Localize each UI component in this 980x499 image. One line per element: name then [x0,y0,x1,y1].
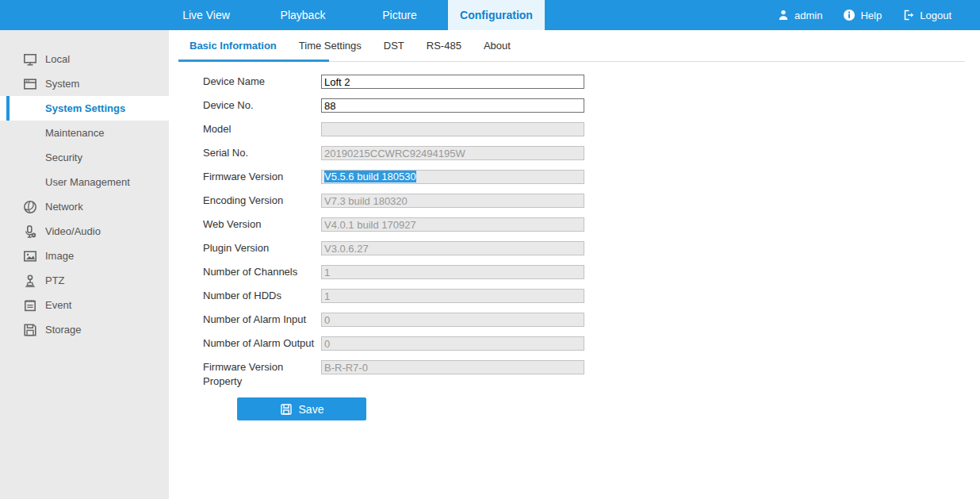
tab-rs-485[interactable]: RS-485 [415,30,473,61]
number-of-alarm-output-label: Number of Alarm Output [203,336,321,351]
sidebar-item-label: Security [45,152,82,163]
sidebar-item-label: PTZ [45,274,65,286]
image-icon [22,248,38,264]
tab-about[interactable]: About [473,30,522,61]
model-input [321,122,584,136]
logout-label: Logout [920,10,951,21]
sidebar-item-label: System [45,78,79,90]
joystick-icon [22,273,38,289]
device-no-input[interactable] [321,98,584,113]
main-content: Basic Information Time Settings DST RS-4… [169,30,980,499]
model-label: Model [203,122,321,136]
form-row: Web Version [203,217,980,232]
sidebar-item-label: User Management [45,176,130,188]
sidebar-item-label: Event [45,299,71,311]
tab-basic-information[interactable]: Basic Information [178,30,288,61]
form-row: Device No. [203,98,980,113]
monitor-icon [22,52,38,67]
encoding-version-label: Encoding Version [203,194,321,208]
number-of-alarm-output-input [321,336,584,351]
sidebar-item-video-audio[interactable]: Video/Audio [0,219,169,244]
serial-no-label: Serial No. [203,146,321,160]
sidebar-item-image[interactable]: Image [0,244,169,268]
form-row: Number of Channels [203,265,980,279]
user-menu[interactable]: admin [777,9,822,21]
sidebar-item-label: Network [45,201,83,213]
microphone-icon [22,224,38,240]
user-icon [777,9,790,21]
number-of-channels-input [321,265,584,279]
sidebar-item-event[interactable]: Event [0,293,169,317]
save-icon [280,403,293,416]
form-row: Encoding Version [203,194,980,208]
storage-icon [22,322,38,338]
sidebar-item-system-settings[interactable]: System Settings [0,96,169,121]
nav-live-view[interactable]: Live View [158,0,255,30]
encoding-version-input [321,194,584,208]
sidebar-item-system[interactable]: System [0,71,169,96]
number-of-channels-label: Number of Channels [203,265,321,279]
form-row: Device Name [203,75,980,89]
globe-icon [22,199,38,215]
logout-icon [902,9,915,21]
form-row: Firmware Version Property [203,360,980,374]
basic-information-form: Device Name Device No. Model Serial No. … [169,62,980,420]
number-of-hdds-label: Number of HDDs [203,289,321,303]
nav-configuration[interactable]: Configuration [448,0,545,30]
save-button[interactable]: Save [237,397,366,420]
web-version-input [321,217,584,232]
device-no-label: Device No. [203,98,321,113]
help-icon [843,9,856,21]
nav-playback[interactable]: Playback [255,0,351,30]
sidebar-item-label: Local [45,53,70,65]
sidebar-item-label: Image [45,250,74,262]
firmware-version-input: V5.5.6 build 180530 [321,170,584,184]
help-button[interactable]: Help [843,9,882,21]
event-icon [22,297,38,313]
sidebar-item-storage[interactable]: Storage [0,317,169,342]
help-label: Help [860,10,882,21]
sidebar-item-network[interactable]: Network [0,194,169,219]
form-row: Serial No. [203,146,980,160]
plugin-version-input [321,241,584,255]
nav-picture[interactable]: Picture [351,0,448,30]
logout-button[interactable]: Logout [902,9,951,21]
sidebar-item-security[interactable]: Security [0,145,169,170]
sidebar-item-label: Video/Audio [45,225,101,237]
header-right-group: admin Help Logout [756,0,980,30]
device-name-input[interactable] [321,75,584,89]
form-row: Firmware Version V5.5.6 build 180530 [203,170,980,184]
number-of-alarm-input-input [321,313,584,327]
sidebar-item-user-management[interactable]: User Management [0,170,169,194]
firmware-version-label: Firmware Version [203,170,321,184]
tab-dst[interactable]: DST [373,30,415,61]
settings-tabbar: Basic Information Time Settings DST RS-4… [178,30,965,62]
firmware-version-property-input [321,360,584,374]
number-of-alarm-input-label: Number of Alarm Input [203,313,321,327]
selected-text: V5.5.6 build 180530 [324,171,416,182]
user-name: admin [794,10,822,21]
serial-no-input [321,146,584,160]
form-row: Plugin Version [203,241,980,255]
web-version-label: Web Version [203,217,321,232]
system-icon [22,76,38,92]
navbar-spacer [0,0,158,30]
top-navbar: Live View Playback Picture Configuration… [0,0,980,30]
sidebar-item-local[interactable]: Local [0,47,169,71]
sidebar: Local System System Settings Maintenance… [0,30,169,499]
tab-time-settings[interactable]: Time Settings [288,30,373,61]
sidebar-item-label: System Settings [45,102,125,114]
save-button-label: Save [299,403,324,416]
form-row: Model [203,122,980,136]
firmware-version-property-label: Firmware Version Property [203,360,321,374]
form-row: Number of HDDs [203,289,980,303]
device-name-label: Device Name [203,75,321,89]
sidebar-item-maintenance[interactable]: Maintenance [0,121,169,145]
plugin-version-label: Plugin Version [203,241,321,255]
form-row: Number of Alarm Output [203,336,980,351]
sidebar-item-label: Maintenance [45,127,104,139]
form-row: Number of Alarm Input [203,313,980,327]
sidebar-item-ptz[interactable]: PTZ [0,268,169,293]
number-of-hdds-input [321,289,584,303]
sidebar-item-label: Storage [45,324,82,336]
